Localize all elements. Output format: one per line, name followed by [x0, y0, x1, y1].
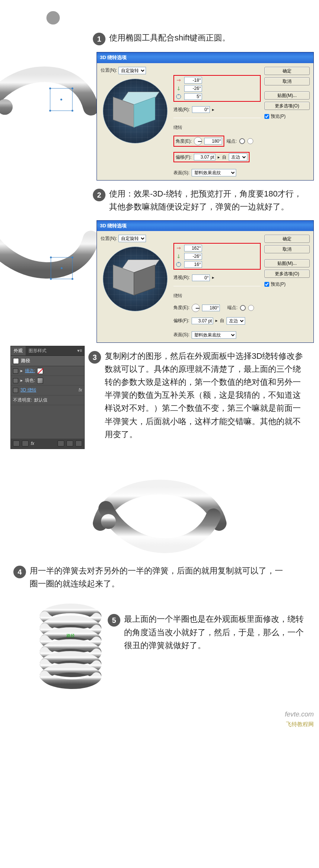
axis-y-icon: [175, 253, 182, 260]
row-step-3: 外观 图形样式 ▾≡ 路径 ▸ 描边: ▸ 填色: 3D 绕转 fx 不透明度:…: [0, 343, 319, 449]
offset-from-select[interactable]: 左边: [227, 317, 245, 325]
preview-checkbox[interactable]: 预览(P): [264, 113, 310, 120]
rotate-y-input[interactable]: [184, 253, 202, 260]
cancel-button[interactable]: 取消: [264, 77, 310, 85]
perspective-input[interactable]: [192, 106, 210, 113]
visibility-toggle-icon[interactable]: [13, 388, 18, 393]
svg-point-16: [101, 514, 116, 529]
appearance-row-fill[interactable]: ▸ 填色:: [11, 376, 84, 386]
disclosure-icon[interactable]: ▸: [20, 367, 23, 374]
angle-input[interactable]: [204, 138, 222, 144]
step-badge-3: 3: [88, 351, 101, 364]
offset-from-select[interactable]: 左边: [229, 153, 247, 161]
highlight-angle-1: 角度(E):: [173, 136, 224, 147]
more-options-button[interactable]: 更多选项(O): [264, 270, 310, 278]
step-badge-5: 5: [108, 614, 120, 627]
appearance-row-stroke[interactable]: ▸ 描边:: [11, 366, 84, 376]
angle-dial[interactable]: [192, 304, 200, 312]
row-dialog-1: 3D 绕转选项 位置(N): 自定旋转: [0, 52, 319, 181]
visibility-toggle-icon[interactable]: [13, 368, 18, 374]
angle-dial[interactable]: [194, 137, 202, 145]
appearance-panel: 外观 图形样式 ▾≡ 路径 ▸ 描边: ▸ 填色: 3D 绕转 fx 不透明度:…: [10, 346, 85, 449]
spring-coil-illustration: 路径: [33, 601, 108, 698]
cap-off-icon[interactable]: [247, 138, 253, 144]
visibility-toggle-icon[interactable]: [13, 378, 18, 383]
new-stroke-icon[interactable]: [13, 440, 20, 446]
step-text-2: 使用：效果-3D-绕转，把预览打开，角度要180才行，其他参数嘛就随便设定好了，…: [109, 187, 308, 213]
axis-x-icon: [175, 77, 182, 84]
spring-half-1: [0, 52, 97, 123]
step-text-4: 用一半的弹簧去对齐另外的一半的弹簧，后面的就用复制就可以了，一圈一圈的就连续起来…: [30, 564, 289, 590]
step-4: 4 用一半的弹簧去对齐另外的一半的弹簧，后面的就用复制就可以了，一圈一圈的就连续…: [13, 564, 289, 590]
rotate-x-input[interactable]: [184, 77, 202, 84]
axis-x-icon: [175, 245, 182, 251]
duplicate-icon[interactable]: [66, 440, 73, 446]
spring-ring-illustration: [85, 460, 234, 557]
sample-circle: [46, 11, 60, 25]
offset-input[interactable]: [194, 154, 215, 160]
tab-appearance[interactable]: 外观: [11, 346, 26, 355]
preview-checkbox[interactable]: 预览(P): [264, 281, 310, 288]
map-art-button[interactable]: 贴图(M)...: [264, 91, 310, 100]
map-art-button[interactable]: 贴图(M)...: [264, 259, 310, 267]
label-perspective: 透视(R):: [173, 106, 190, 113]
svg-point-4: [72, 88, 74, 90]
orientation-cube[interactable]: [103, 79, 167, 143]
stepper-icon[interactable]: ▸: [212, 274, 214, 281]
watermark: fevte.com 飞特教程网: [0, 705, 319, 732]
ok-button[interactable]: 确定: [264, 67, 310, 75]
stepper-icon[interactable]: ▸: [212, 106, 214, 113]
tab-graphic-styles[interactable]: 图形样式: [26, 346, 49, 355]
preview-check-input[interactable]: [264, 114, 269, 119]
appearance-row-3d-revolve[interactable]: 3D 绕转 fx: [11, 386, 84, 395]
label-cap: 端点:: [227, 304, 237, 311]
panel-menu-icon[interactable]: ▾≡: [75, 346, 84, 355]
stroke-label[interactable]: 描边:: [25, 367, 35, 374]
cancel-button[interactable]: 取消: [264, 245, 310, 253]
more-options-button[interactable]: 更多选项(O): [264, 102, 310, 110]
swatch-path-icon: [13, 358, 19, 364]
label-surface: 表面(S):: [173, 169, 189, 176]
perspective-input[interactable]: [192, 274, 210, 281]
ok-button[interactable]: 确定: [264, 235, 310, 243]
position-select[interactable]: 自定旋转: [118, 235, 146, 242]
label-from: 自: [222, 154, 227, 161]
stepper-icon[interactable]: ▸: [218, 154, 220, 161]
clear-appearance-icon[interactable]: [58, 440, 64, 446]
fill-swatch[interactable]: [37, 378, 43, 384]
section-revolve: 绕转: [173, 292, 261, 299]
add-effect-icon[interactable]: fx: [31, 440, 34, 447]
preview-check-input[interactable]: [264, 282, 269, 287]
surface-select[interactable]: 塑料效果底纹: [192, 169, 236, 176]
surface-select[interactable]: 塑料效果底纹: [192, 331, 236, 339]
label-perspective: 透视(R):: [173, 274, 190, 281]
axis-z-icon: [175, 93, 182, 100]
cap-on-icon[interactable]: [240, 305, 246, 311]
cap-on-icon[interactable]: [239, 138, 245, 144]
position-select[interactable]: 自定旋转: [118, 67, 146, 74]
delete-icon[interactable]: [75, 440, 82, 446]
step-3: 3 复制刚才的图形，然后在外观面板中选择3D绕转修改参数就可以了。具体的原理就不…: [88, 350, 308, 441]
rotate-x-input[interactable]: [184, 245, 202, 251]
new-fill-icon[interactable]: [22, 440, 29, 446]
stroke-swatch-none[interactable]: [37, 368, 43, 374]
angle-input[interactable]: [202, 305, 220, 311]
rotate-z-input[interactable]: [184, 93, 202, 100]
disclosure-icon[interactable]: ▸: [20, 377, 23, 384]
orientation-cube[interactable]: [103, 247, 167, 311]
svg-point-12: [50, 278, 52, 280]
appearance-row-opacity[interactable]: 不透明度: 默认值: [11, 396, 84, 405]
row-dialog-2: 3D 绕转选项 位置(N): 自定旋转: [0, 220, 319, 343]
stepper-icon[interactable]: ▸: [215, 317, 218, 324]
offset-input[interactable]: [192, 318, 213, 324]
step-5: 5 最上面的一个半圈也是在外观面板里面修改，绕转的角度适当改小就好了，然后，于是…: [108, 612, 308, 652]
rotate-z-input[interactable]: [184, 261, 202, 268]
svg-point-10: [50, 256, 52, 258]
effect-3d-revolve[interactable]: 3D 绕转: [20, 387, 36, 394]
dialog-3d-revolve-1: 3D 绕转选项 位置(N): 自定旋转: [97, 52, 314, 181]
axis-z-icon: [175, 261, 182, 268]
cap-off-icon[interactable]: [248, 305, 254, 311]
label-offset: 偏移(F):: [173, 317, 189, 324]
axis-y-icon: [175, 85, 182, 92]
rotate-y-input[interactable]: [184, 85, 202, 92]
